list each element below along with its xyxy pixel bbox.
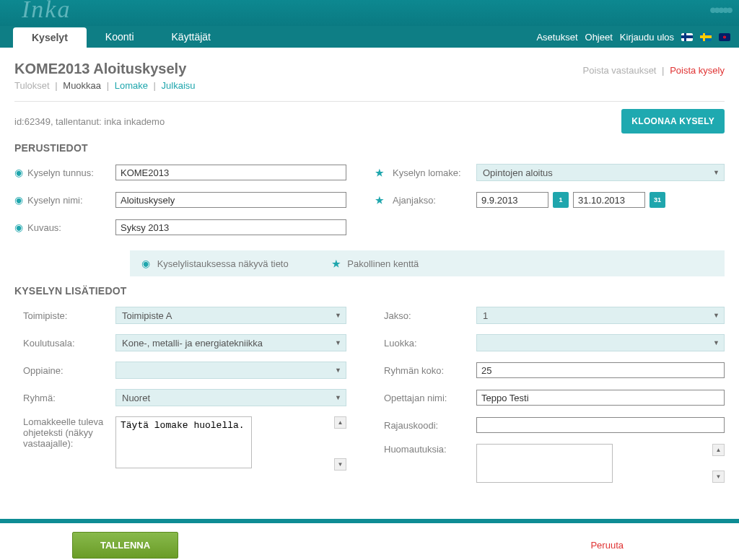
content: KOME2013 Aloituskysely Poista vastaukset…	[0, 48, 739, 493]
nav-help[interactable]: Ohjeet	[585, 32, 613, 43]
select-subject[interactable]	[115, 362, 346, 379]
extra-cols: Toimipiste:Toimipiste A Koulutusala:Kone…	[14, 307, 725, 493]
tab-kyselyt[interactable]: Kyselyt	[13, 27, 87, 48]
header-top: Inka •••••	[0, 0, 739, 26]
eye-icon: ◉	[14, 194, 23, 206]
nav-logout[interactable]: Kirjaudu ulos	[620, 32, 674, 43]
input-date-end[interactable]	[573, 192, 645, 208]
clear-answers-link[interactable]: Poista vastaukset	[583, 65, 657, 76]
tab-kayttajat[interactable]: Käyttäjät	[153, 26, 229, 48]
label-period: Ajanjakso:	[393, 195, 436, 206]
subtab-edit[interactable]: Muokkaa	[63, 80, 101, 91]
input-id[interactable]	[115, 165, 346, 180]
delete-survey-link[interactable]: Poista kysely	[670, 65, 725, 76]
nav-bar: Kyselyt Koonti Käyttäjät Asetukset Ohjee…	[0, 26, 739, 48]
extra-heading: KYSELYN LISÄTIEDOT	[14, 285, 725, 297]
legend-required: Pakollinen kenttä	[347, 258, 419, 269]
eye-icon: ◉	[14, 222, 23, 233]
label-notes: Huomautuksia:	[384, 444, 476, 455]
tab-koonti[interactable]: Koonti	[87, 26, 153, 48]
select-office[interactable]: Toimipiste A	[115, 307, 346, 324]
label-help: Lomakkeelle tuleva ohjeteksti (näkyy vas…	[23, 416, 115, 449]
subtabs: Tulokset | Muokkaa | Lomake | Julkaisu	[14, 80, 725, 91]
scroll-up-icon[interactable]: ▲	[712, 444, 725, 456]
input-teacher[interactable]	[476, 390, 725, 406]
save-button[interactable]: TALLENNA	[72, 532, 178, 559]
select-group[interactable]: Nuoret	[115, 389, 346, 406]
select-class[interactable]	[476, 334, 725, 351]
basics-heading: PERUSTIEDOT	[14, 142, 725, 154]
label-name: Kyselyn nimi:	[27, 195, 83, 206]
title-actions: Poista vastaukset | Poista kysely	[583, 65, 725, 76]
textarea-help[interactable]	[115, 416, 252, 468]
label-id: Kyselyn tunnus:	[27, 167, 94, 178]
meta-text: id:62349, tallentanut: inka inkademo	[14, 116, 165, 127]
input-filter[interactable]	[476, 417, 725, 433]
nav-right: Asetukset Ohjeet Kirjaudu ulos	[536, 26, 739, 48]
footer: TALLENNA Peruuta	[0, 523, 739, 560]
label-desc: Kuvaus:	[27, 222, 61, 233]
basics-cols: ◉Kyselyn tunnus: ◉Kyselyn nimi: ◉Kuvaus:…	[14, 164, 725, 246]
header-decor: •••••	[709, 0, 730, 22]
star-icon: ★	[332, 258, 341, 269]
subtab-results[interactable]: Tulokset	[14, 80, 50, 91]
input-name[interactable]	[115, 192, 346, 208]
flag-uk-icon[interactable]	[719, 33, 730, 41]
date-range: 1 31	[476, 192, 665, 208]
divider	[14, 101, 725, 102]
input-desc[interactable]	[115, 219, 346, 235]
app-logo: Inka	[22, 0, 71, 23]
scroll-down-icon[interactable]: ▼	[334, 458, 346, 471]
cancel-link[interactable]: Peruuta	[590, 540, 624, 551]
flag-se-icon[interactable]	[700, 33, 712, 41]
label-field: Koulutusala:	[23, 338, 115, 349]
clone-button[interactable]: KLOONAA KYSELY	[621, 109, 725, 134]
label-period2: Jakso:	[384, 310, 476, 321]
title-row: KOME2013 Aloituskysely Poista vastaukset…	[14, 61, 725, 77]
legend: ◉ Kyselylistauksessa näkyvä tieto ★ Pako…	[130, 250, 725, 276]
page-title: KOME2013 Aloituskysely	[14, 61, 186, 77]
star-icon: ★	[375, 167, 384, 178]
nav-settings[interactable]: Asetukset	[536, 32, 577, 43]
label-subject: Oppiaine:	[23, 365, 115, 376]
select-form[interactable]: Opintojen aloitus	[476, 164, 725, 181]
subtab-publish[interactable]: Julkaisu	[162, 80, 196, 91]
label-class: Luokka:	[384, 338, 476, 349]
flag-fi-icon[interactable]	[681, 33, 693, 41]
subtab-form[interactable]: Lomake	[115, 80, 148, 91]
label-size: Ryhmän koko:	[384, 365, 476, 376]
label-filter: Rajauskoodi:	[384, 420, 476, 431]
star-icon: ★	[375, 195, 384, 206]
label-group: Ryhmä:	[23, 393, 115, 403]
calendar-start-icon[interactable]: 1	[553, 192, 569, 208]
select-field[interactable]: Kone-, metalli- ja energiatekniikka	[115, 334, 346, 351]
eye-icon: ◉	[14, 167, 23, 178]
label-form: Kyselyn lomake:	[393, 167, 461, 178]
label-teacher: Opettajan nimi:	[384, 393, 476, 403]
scroll-up-icon[interactable]: ▲	[334, 416, 346, 429]
label-office: Toimipiste:	[23, 310, 115, 321]
legend-visible: Kyselylistauksessa näkyvä tieto	[157, 258, 289, 269]
eye-icon: ◉	[141, 258, 150, 269]
textarea-notes[interactable]	[476, 444, 613, 483]
input-size[interactable]	[476, 362, 725, 378]
input-date-start[interactable]	[476, 192, 548, 208]
calendar-end-icon[interactable]: 31	[650, 192, 665, 208]
select-period2[interactable]: 1	[476, 307, 725, 324]
scroll-down-icon[interactable]: ▼	[712, 471, 725, 483]
meta-row: id:62349, tallentanut: inka inkademo KLO…	[14, 109, 725, 134]
